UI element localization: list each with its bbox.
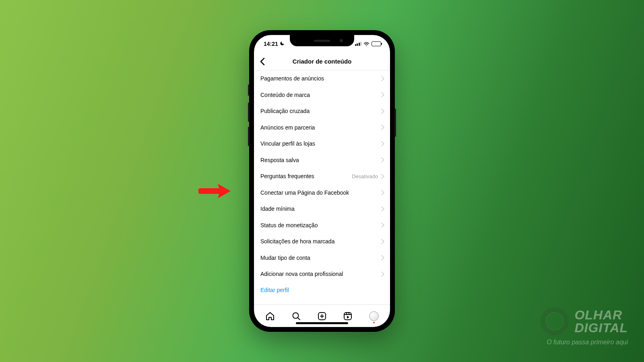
settings-list: Pagamentos de anúncios Conteúdo de marca… bbox=[254, 70, 390, 304]
settings-row-conectar-facebook[interactable]: Conectar uma Página do Facebook bbox=[254, 185, 390, 201]
settings-row-mudar-tipo-conta[interactable]: Mudar tipo de conta bbox=[254, 250, 390, 266]
settings-row-pagamentos-anuncios[interactable]: Pagamentos de anúncios bbox=[254, 70, 390, 87]
dnd-moon-icon bbox=[280, 41, 285, 47]
phone-mockup: 14:21 Criador de conteúdo bbox=[249, 30, 395, 332]
settings-row-idade-minima[interactable]: Idade mínima bbox=[254, 201, 390, 217]
brand-name-line2: DIGITAL bbox=[574, 321, 628, 334]
home-indicator bbox=[296, 322, 348, 324]
tab-create[interactable] bbox=[314, 311, 330, 321]
tab-reels[interactable] bbox=[340, 311, 356, 321]
svg-line-1 bbox=[298, 318, 300, 320]
row-label: Anúncios em parceria bbox=[260, 124, 315, 131]
settings-row-resposta-salva[interactable]: Resposta salva bbox=[254, 152, 390, 169]
wifi-icon bbox=[363, 41, 369, 47]
row-label: Perguntas frequentes bbox=[260, 173, 314, 179]
chevron-right-icon bbox=[381, 157, 384, 162]
back-button[interactable] bbox=[258, 56, 267, 67]
settings-row-solicitacoes-hora-marcada[interactable]: Solicitações de hora marcada bbox=[254, 233, 390, 250]
row-label: Conectar uma Página do Facebook bbox=[260, 189, 349, 196]
chevron-right-icon bbox=[381, 109, 384, 114]
chevron-right-icon bbox=[381, 76, 384, 81]
search-icon bbox=[291, 311, 301, 321]
row-label: Conteúdo de marca bbox=[260, 92, 310, 98]
svg-rect-5 bbox=[344, 313, 351, 320]
phone-screen: 14:21 Criador de conteúdo bbox=[254, 35, 390, 327]
row-label: Solicitações de hora marcada bbox=[260, 238, 334, 245]
settings-row-anuncios-parceria[interactable]: Anúncios em parceria bbox=[254, 119, 390, 136]
settings-row-perguntas-frequentes[interactable]: Perguntas frequentes Desativado bbox=[254, 168, 390, 185]
chevron-right-icon bbox=[381, 174, 384, 179]
tab-profile[interactable] bbox=[366, 311, 382, 321]
phone-side-button bbox=[394, 109, 396, 137]
row-label: Vincular perfil às lojas bbox=[260, 140, 315, 147]
brand-watermark: OLHAR DIGITAL O futuro passa primeiro aq… bbox=[541, 307, 628, 346]
tab-search[interactable] bbox=[288, 311, 304, 321]
phone-side-button bbox=[248, 103, 250, 122]
brand-tagline: O futuro passa primeiro aqui bbox=[547, 339, 628, 346]
settings-row-publicacao-cruzada[interactable]: Publicação cruzada bbox=[254, 103, 390, 119]
chevron-right-icon bbox=[381, 125, 384, 130]
edit-profile-row: Editar perfil bbox=[254, 282, 390, 294]
cellular-signal-icon bbox=[355, 42, 362, 46]
chevron-right-icon bbox=[381, 222, 384, 228]
row-label: Adicionar nova conta profissional bbox=[260, 271, 343, 277]
row-label: Publicação cruzada bbox=[260, 108, 310, 114]
battery-icon bbox=[372, 41, 381, 46]
settings-row-status-monetizacao[interactable]: Status de monetização bbox=[254, 217, 390, 234]
brand-name-line1: OLHAR bbox=[574, 309, 628, 321]
chevron-right-icon bbox=[381, 92, 384, 97]
annotation-arrow-icon bbox=[198, 182, 231, 202]
row-label: Mudar tipo de conta bbox=[260, 255, 310, 261]
reels-icon bbox=[343, 311, 353, 321]
row-value: Desativado bbox=[352, 173, 378, 179]
row-label: Status de monetização bbox=[260, 222, 318, 228]
brand-logo-icon bbox=[541, 307, 569, 335]
chevron-right-icon bbox=[381, 190, 384, 195]
avatar-icon bbox=[369, 311, 379, 321]
page-title: Criador de conteúdo bbox=[293, 58, 352, 65]
notification-dot-icon bbox=[373, 322, 375, 323]
chevron-right-icon bbox=[381, 239, 384, 244]
chevron-right-icon bbox=[381, 206, 384, 212]
settings-row-adicionar-conta-profissional[interactable]: Adicionar nova conta profissional bbox=[254, 266, 390, 282]
settings-row-vincular-lojas[interactable]: Vincular perfil às lojas bbox=[254, 136, 390, 152]
row-label: Idade mínima bbox=[260, 206, 295, 212]
status-time: 14:21 bbox=[264, 41, 278, 47]
tab-home[interactable] bbox=[262, 311, 278, 321]
edit-profile-link[interactable]: Editar perfil bbox=[260, 287, 289, 293]
settings-row-conteudo-marca[interactable]: Conteúdo de marca bbox=[254, 87, 390, 103]
chevron-right-icon bbox=[381, 255, 384, 260]
nav-header: Criador de conteúdo bbox=[254, 53, 390, 70]
phone-notch bbox=[290, 35, 354, 46]
chevron-right-icon bbox=[381, 272, 384, 277]
phone-side-button bbox=[248, 127, 250, 146]
create-plus-icon bbox=[317, 311, 327, 321]
phone-side-button bbox=[248, 84, 250, 96]
home-icon bbox=[265, 311, 275, 321]
chevron-right-icon bbox=[381, 141, 384, 146]
svg-marker-9 bbox=[347, 316, 349, 319]
row-label: Pagamentos de anúncios bbox=[260, 75, 324, 82]
row-label: Resposta salva bbox=[260, 157, 299, 163]
